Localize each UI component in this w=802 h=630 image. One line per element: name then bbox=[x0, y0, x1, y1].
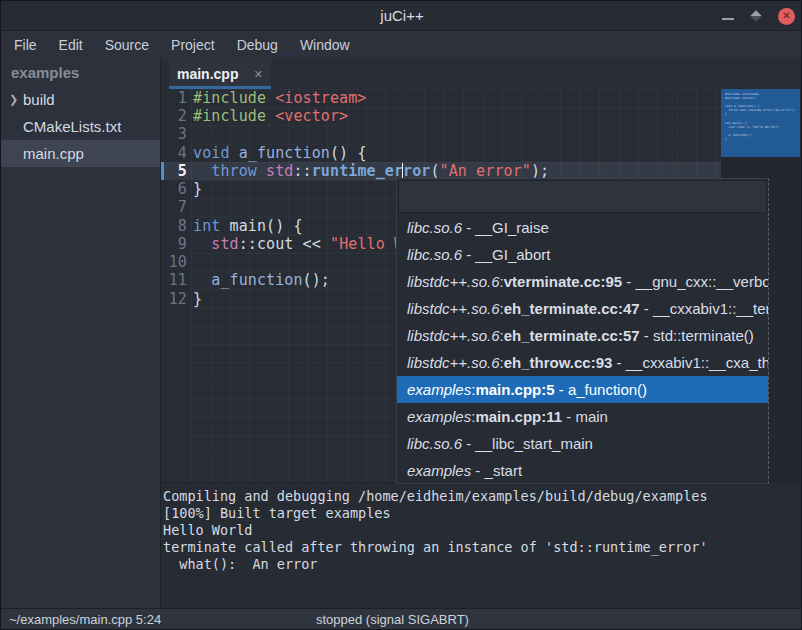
line-number: 6 bbox=[161, 180, 187, 198]
source-overview-map[interactable]: #include <iostream> #include <vector> vo… bbox=[721, 89, 800, 157]
stack-trace-popup: libc.so.6 - __GI_raiselibc.so.6 - __GI_a… bbox=[396, 178, 769, 484]
menu-file[interactable]: File bbox=[3, 31, 48, 59]
line-text: #include <vector> bbox=[193, 107, 348, 125]
tab-main-cpp[interactable]: main.cpp ✕ bbox=[169, 59, 271, 89]
current-line-mark bbox=[161, 162, 164, 180]
tree-item-label: CMakeLists.txt bbox=[23, 118, 121, 135]
close-icon[interactable]: ✕ bbox=[778, 8, 795, 25]
status-bar: ~/examples/main.cpp 5:24 stopped (signal… bbox=[1, 608, 802, 630]
code-line-2: 2#include <vector> bbox=[161, 107, 721, 125]
code-line-1: 1#include <iostream> bbox=[161, 89, 721, 107]
app-window: juCi++ ✕ FileEditSourceProjectDebugWindo… bbox=[0, 0, 802, 630]
titlebar: juCi++ ✕ bbox=[1, 1, 802, 31]
status-debug-state: stopped (signal SIGABRT) bbox=[316, 609, 469, 630]
menu-project[interactable]: Project bbox=[160, 31, 226, 59]
chevron-right-icon[interactable]: ❯ bbox=[9, 86, 18, 113]
status-file-position: ~/examples/main.cpp 5:24 bbox=[9, 609, 161, 630]
code-line-4: 4void a_function() { bbox=[161, 144, 721, 162]
tab-bar: main.cpp ✕ bbox=[161, 59, 802, 89]
window-title: juCi++ bbox=[1, 1, 802, 31]
stack-frame-list: libc.so.6 - __GI_raiselibc.so.6 - __GI_a… bbox=[397, 214, 768, 484]
line-number: 8 bbox=[161, 217, 187, 235]
stack-frame-row[interactable]: libstdc++.so.6:vterminate.cc:95 - __gnu_… bbox=[397, 268, 768, 295]
menubar: FileEditSourceProjectDebugWindow bbox=[1, 31, 802, 59]
tree-item-build[interactable]: ❯build bbox=[1, 86, 160, 113]
stack-frame-row[interactable]: libstdc++.so.6:eh_terminate.cc:57 - std:… bbox=[397, 322, 768, 349]
tab-label: main.cpp bbox=[177, 66, 254, 82]
menu-edit[interactable]: Edit bbox=[48, 31, 94, 59]
line-text: } bbox=[193, 180, 202, 198]
line-number: 2 bbox=[161, 107, 187, 125]
stack-frame-row[interactable]: libstdc++.so.6:eh_terminate.cc:47 - __cx… bbox=[397, 295, 768, 322]
stack-frame-row[interactable]: libc.so.6 - __libc_start_main bbox=[397, 430, 768, 457]
menu-debug[interactable]: Debug bbox=[226, 31, 289, 59]
line-text: a_function(); bbox=[193, 271, 330, 289]
line-number: 12 bbox=[161, 290, 187, 308]
menu-window[interactable]: Window bbox=[289, 31, 361, 59]
stack-frame-row[interactable]: examples - _start bbox=[397, 457, 768, 484]
line-number: 9 bbox=[161, 235, 187, 253]
line-text: #include <iostream> bbox=[193, 89, 367, 107]
stack-frame-row[interactable]: libstdc++.so.6:eh_throw.cc:93 - __cxxabi… bbox=[397, 349, 768, 376]
tree-item-cmakelists-txt[interactable]: CMakeLists.txt bbox=[1, 113, 160, 140]
tab-close-icon[interactable]: ✕ bbox=[254, 68, 263, 81]
window-controls: ✕ bbox=[722, 1, 795, 31]
minimize-icon[interactable] bbox=[722, 18, 734, 20]
stack-frame-row[interactable]: examples:main.cpp:11 - main bbox=[397, 403, 768, 430]
stack-frame-row[interactable]: libc.so.6 - __GI_abort bbox=[397, 241, 768, 268]
code-line-3: 3 bbox=[161, 125, 721, 143]
popup-filter-input[interactable] bbox=[398, 180, 767, 213]
menu-source[interactable]: Source bbox=[94, 31, 160, 59]
file-tree-sidebar: examples ❯buildCMakeLists.txtmain.cpp bbox=[1, 59, 161, 608]
line-text: } bbox=[193, 290, 202, 308]
line-number: 5 bbox=[161, 162, 187, 180]
tree-item-label: build bbox=[23, 91, 55, 108]
file-tree: ❯buildCMakeLists.txtmain.cpp bbox=[1, 86, 160, 167]
stack-frame-row[interactable]: examples:main.cpp:5 - a_function() bbox=[397, 376, 768, 403]
maximize-icon[interactable] bbox=[750, 10, 761, 21]
tree-item-main-cpp[interactable]: main.cpp bbox=[1, 140, 160, 167]
line-number: 11 bbox=[161, 271, 187, 289]
output-terminal[interactable]: Compiling and debugging /home/eidheim/ex… bbox=[161, 484, 802, 608]
tree-item-label: main.cpp bbox=[23, 145, 84, 162]
stack-frame-row[interactable]: libc.so.6 - __GI_raise bbox=[397, 214, 768, 241]
line-number: 1 bbox=[161, 89, 187, 107]
line-number: 7 bbox=[161, 198, 187, 216]
line-number: 4 bbox=[161, 144, 187, 162]
line-text: void a_function() { bbox=[193, 144, 367, 162]
line-number: 3 bbox=[161, 125, 187, 143]
line-text: int main() { bbox=[193, 217, 303, 235]
line-number: 10 bbox=[161, 253, 187, 271]
project-name-header: examples bbox=[1, 59, 160, 86]
